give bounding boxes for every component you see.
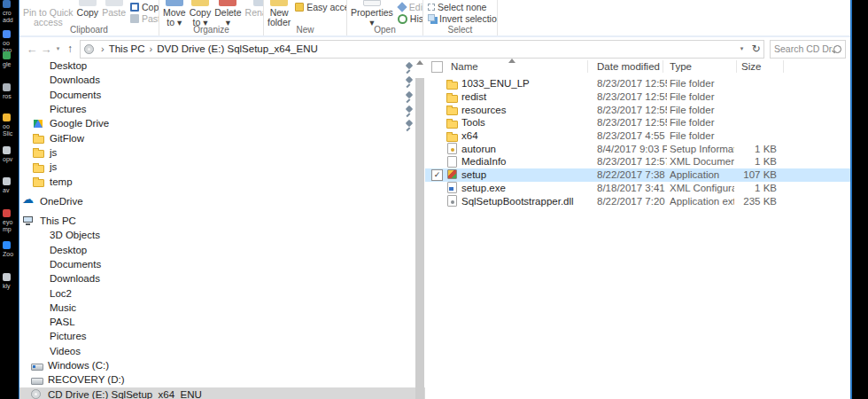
sidebar-item[interactable]: 3D Objects: [19, 228, 425, 242]
up-button[interactable]: ↑: [63, 43, 77, 55]
desktop-icon: [3, 0, 11, 8]
file-row[interactable]: redist 8/23/2017 12:55 A.. File folder: [425, 90, 850, 104]
paste-button[interactable]: Paste: [102, 0, 126, 18]
file-type: Application extens...: [670, 196, 734, 207]
breadcrumb-this-pc[interactable]: This PC: [109, 43, 145, 54]
file-date-modified: 8/22/2017 7:38 PM: [597, 169, 667, 180]
move-to-button[interactable]: Move to ▾: [163, 0, 186, 27]
file-row[interactable]: autorun 8/4/2017 9:03 PM Setup Informati…: [425, 142, 850, 155]
desktop-icon: [3, 113, 11, 121]
easy-access-button[interactable]: Easy access ▾: [295, 2, 347, 12]
search-box[interactable]: [770, 40, 846, 59]
file-row[interactable]: 1033_ENU_LP 8/23/2017 12:55 A.. File fol…: [425, 77, 850, 90]
sidebar-item-label: Desktop: [50, 245, 87, 255]
sidebar-item-icon: [33, 287, 45, 299]
rename-button[interactable]: Rename: [245, 0, 264, 18]
content: Desktop Downloads Documents Pictures: [19, 59, 850, 399]
sidebar-item[interactable]: Music: [19, 301, 425, 315]
copy-button[interactable]: Copy: [77, 0, 99, 18]
column-header-size[interactable]: Size: [737, 61, 777, 72]
select-none-button[interactable]: Select none: [428, 2, 498, 12]
sidebar-item[interactable]: This PC: [19, 214, 425, 228]
address-dropdown-button[interactable]: ▾: [735, 45, 748, 52]
sidebar-item[interactable]: Pictures: [19, 329, 425, 343]
properties-button[interactable]: Properties ▾: [351, 0, 393, 27]
sidebar-item-icon: [33, 89, 45, 100]
pin-icon: [406, 120, 413, 127]
sidebar-item[interactable]: CD Drive (E:) SqlSetup_x64_ENU: [19, 387, 425, 399]
sidebar-item-label: OneDrive: [40, 196, 83, 207]
sidebar-item[interactable]: Windows (C:): [19, 358, 425, 372]
sidebar-item[interactable]: js: [19, 145, 425, 160]
sidebar-item-label: temp: [50, 176, 73, 187]
scroll-up-icon[interactable]: [416, 60, 423, 65]
search-icon: [833, 45, 841, 53]
sidebar-item-icon: [33, 259, 45, 270]
file-row[interactable]: resources 8/23/2017 12:55 A.. File folde…: [425, 103, 850, 116]
sidebar-item[interactable]: RECOVERY (D:): [19, 372, 425, 387]
sidebar-item[interactable]: OneDrive: [19, 194, 425, 208]
sidebar-item[interactable]: js: [19, 160, 425, 174]
file-type: Setup Information: [670, 144, 734, 154]
copy-to-icon: [191, 0, 209, 6]
file-date-modified: 8/23/2017 12:57 A..: [597, 156, 667, 167]
sidebar-item[interactable]: temp: [19, 174, 425, 188]
refresh-button[interactable]: ↻: [748, 43, 763, 55]
delete-button[interactable]: Delete ▾: [214, 0, 241, 27]
desktop-icon-fragment: gle: [3, 51, 11, 68]
sidebar-item[interactable]: Pictures: [19, 102, 425, 116]
copy-path-button[interactable]: Copy path: [130, 2, 159, 12]
file-row[interactable]: x64 8/23/2017 4:55 PM File folder: [425, 129, 850, 143]
row-checkbox[interactable]: [431, 169, 443, 181]
file-name: redist: [461, 91, 594, 102]
pin-to-quick-access-button[interactable]: Pin to Quick access: [23, 0, 74, 27]
search-input[interactable]: [774, 43, 833, 54]
file-row[interactable]: SqlSetupBootstrapper.dll 8/22/2017 7:20 …: [425, 194, 850, 207]
file-name: resources: [461, 105, 594, 115]
breadcrumb-current-folder[interactable]: DVD Drive (E:) SqlSetup_x64_ENU: [157, 43, 318, 54]
paste-shortcut-button[interactable]: Paste shortcut: [130, 13, 159, 24]
file-size: 235 KB: [737, 196, 777, 207]
desktop-icon-fragment: oo hro: [3, 30, 12, 54]
back-button[interactable]: ←: [25, 43, 39, 56]
edit-button[interactable]: Edit: [398, 2, 423, 12]
file-date-modified: 8/23/2017 12:55 A..: [597, 105, 667, 115]
address-box[interactable]: › This PC › DVD Drive (E:) SqlSetup_x64_…: [80, 40, 764, 59]
pin-icon: [406, 76, 413, 83]
select-all-checkbox[interactable]: [431, 61, 443, 73]
file-row[interactable]: Tools 8/23/2017 12:55 A.. File folder: [425, 116, 850, 129]
history-button[interactable]: History: [398, 13, 423, 24]
sidebar-item[interactable]: Documents: [19, 88, 425, 102]
column-headers: Name Date modified Type Size: [425, 59, 850, 74]
sidebar-item[interactable]: Downloads: [19, 271, 425, 286]
sidebar-item-icon: [33, 60, 45, 72]
column-header-type[interactable]: Type: [670, 61, 734, 72]
file-type: File folder: [670, 130, 734, 141]
group-label-clipboard: Clipboard: [19, 25, 159, 35]
recent-locations-dropdown[interactable]: ▾: [53, 45, 63, 52]
sidebar-item-label: Videos: [50, 346, 81, 356]
sidebar-item[interactable]: GitFlow: [19, 130, 425, 145]
sidebar-item[interactable]: Google Drive: [19, 116, 425, 130]
sidebar-item[interactable]: Downloads: [19, 73, 425, 87]
sidebar-item[interactable]: Desktop: [19, 243, 425, 257]
sidebar-item[interactable]: Videos: [19, 344, 425, 358]
column-header-name[interactable]: Name: [451, 61, 584, 72]
sidebar-item[interactable]: Desktop: [19, 59, 425, 73]
drive-icon: [84, 43, 97, 55]
file-row[interactable]: setup 8/22/2017 7:38 PM Application 107 …: [425, 168, 850, 182]
scrollbar-thumb[interactable]: [415, 78, 424, 399]
copy-to-button[interactable]: Copy to ▾: [190, 0, 212, 27]
sidebar-item[interactable]: PASL: [19, 315, 425, 329]
file-row[interactable]: MediaInfo 8/23/2017 12:57 A.. XML Docume…: [425, 155, 850, 168]
column-header-date-modified[interactable]: Date modified: [597, 61, 667, 72]
sidebar-item[interactable]: Documents: [19, 257, 425, 271]
file-rows: 1033_ENU_LP 8/23/2017 12:55 A.. File fol…: [425, 77, 850, 207]
sidebar-item[interactable]: Loc2: [19, 286, 425, 300]
new-folder-button[interactable]: New folder: [267, 0, 291, 27]
invert-selection-button[interactable]: Invert selection: [428, 13, 498, 24]
file-row[interactable]: setup.exe 8/18/2017 3:41 PM XML Configur…: [425, 182, 850, 195]
file-icon: [446, 130, 459, 142]
forward-button[interactable]: →: [39, 43, 53, 56]
sidebar-scrollbar[interactable]: [415, 59, 424, 399]
